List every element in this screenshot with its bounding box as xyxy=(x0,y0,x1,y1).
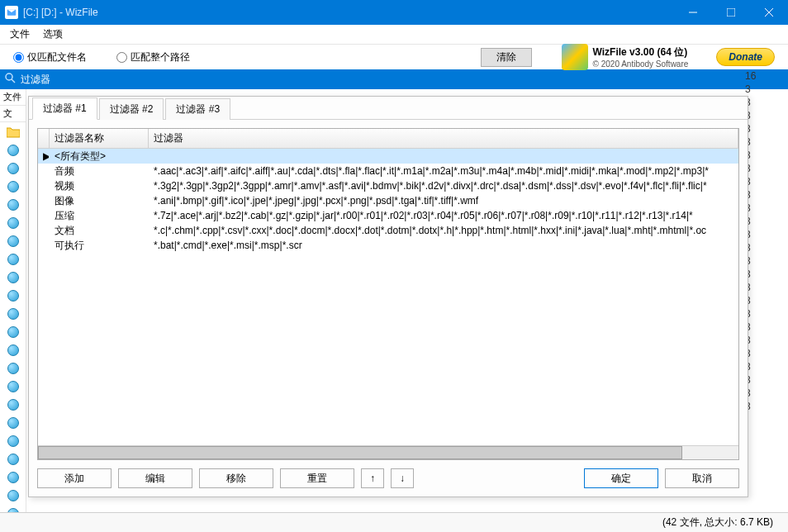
globe-icon[interactable] xyxy=(5,215,21,231)
move-down-button[interactable]: ↓ xyxy=(391,468,414,488)
minimize-button[interactable] xyxy=(674,0,712,25)
globe-icon[interactable] xyxy=(5,415,21,431)
globe-icon[interactable] xyxy=(5,178,21,195)
table-row[interactable]: 音频*.aac|*.ac3|*.aif|*.aifc|*.aiff|*.au|*… xyxy=(38,164,738,178)
row-marker: ▶ xyxy=(38,150,50,162)
result-count: 3 xyxy=(745,149,780,162)
row-name: 音频 xyxy=(50,164,149,178)
globe-icon[interactable] xyxy=(5,487,21,504)
ok-button[interactable]: 确定 xyxy=(584,468,658,488)
globe-icon[interactable] xyxy=(5,233,21,249)
col-header-name[interactable]: 过滤器名称 xyxy=(50,129,149,148)
row-pattern: *.aac|*.ac3|*.aif|*.aifc|*.aiff|*.au|*.c… xyxy=(149,165,738,177)
radio-match-filename-input[interactable] xyxy=(13,52,24,63)
search-label: 过滤器 xyxy=(21,73,50,87)
titlebar: [C:] [D:] - WizFile xyxy=(0,0,788,25)
reset-button[interactable]: 重置 xyxy=(280,468,354,488)
globe-icon[interactable] xyxy=(5,324,21,340)
results-count-header: 16 xyxy=(745,69,780,83)
svg-rect-3 xyxy=(727,8,735,17)
folder-icon[interactable] xyxy=(5,124,21,140)
menu-options[interactable]: 选项 xyxy=(36,25,69,44)
result-count: 3 xyxy=(745,162,780,175)
maximize-button[interactable] xyxy=(712,0,750,25)
brand-block: WizFile v3.00 (64 位) © 2020 Antibody Sof… xyxy=(562,44,689,70)
cancel-button[interactable]: 取消 xyxy=(665,468,739,488)
filter-table: 过滤器名称 过滤器 ▶<所有类型>音频*.aac|*.ac3|*.aif|*.a… xyxy=(37,128,739,460)
result-count: 3 xyxy=(745,254,780,268)
globe-icon[interactable] xyxy=(5,142,21,159)
result-count: 3 xyxy=(745,268,780,281)
move-up-button[interactable]: ↑ xyxy=(361,468,384,488)
clear-button[interactable]: 清除 xyxy=(481,48,532,67)
filter-tab-1[interactable]: 过滤器 #1 xyxy=(32,97,97,120)
result-count: 3 xyxy=(745,241,780,254)
globe-icon[interactable] xyxy=(5,306,21,322)
result-count: 3 xyxy=(745,360,780,373)
globe-icon[interactable] xyxy=(5,342,21,359)
toolbar: 仅匹配文件名 匹配整个路径 清除 WizFile v3.00 (64 位) © … xyxy=(0,45,788,69)
globe-icon[interactable] xyxy=(5,451,21,468)
row-name: <所有类型> xyxy=(50,150,149,164)
radio-match-fullpath-label: 匹配整个路径 xyxy=(131,50,190,64)
result-count: 3 xyxy=(745,347,780,360)
globe-icon[interactable] xyxy=(5,251,21,268)
result-count: 3 xyxy=(745,215,780,228)
horizontal-scrollbar[interactable] xyxy=(38,445,738,459)
results-counts: 16 3333333333333333333333333 xyxy=(745,69,780,413)
globe-icon[interactable] xyxy=(5,269,21,286)
globe-icon[interactable] xyxy=(5,360,21,377)
filters-dialog: 过滤器 #1 过滤器 #2 过滤器 #3 过滤器名称 过滤器 ▶<所有类型>音频… xyxy=(28,96,748,497)
result-count: 3 xyxy=(745,400,780,413)
row-pattern: *.3g2|*.3gp|*.3gp2|*.3gpp|*.amr|*.amv|*.… xyxy=(149,180,738,192)
radio-match-filename-label: 仅匹配文件名 xyxy=(27,50,87,64)
globe-icon[interactable] xyxy=(5,160,21,177)
result-count: 3 xyxy=(745,281,780,294)
filter-tab-3[interactable]: 过滤器 #3 xyxy=(165,98,230,120)
app-icon xyxy=(5,6,18,19)
svg-line-7 xyxy=(12,79,15,83)
search-strip[interactable]: 过滤器 xyxy=(0,69,788,89)
col-header-pattern[interactable]: 过滤器 xyxy=(149,129,738,148)
close-button[interactable] xyxy=(750,0,788,25)
menu-file[interactable]: 文件 xyxy=(3,25,36,44)
result-count: 3 xyxy=(745,96,780,109)
result-count: 3 xyxy=(745,307,780,321)
menubar: 文件 选项 xyxy=(0,25,788,45)
globe-icon[interactable] xyxy=(5,397,21,413)
row-name: 图像 xyxy=(50,194,149,208)
remove-button[interactable]: 移除 xyxy=(199,468,273,488)
table-row[interactable]: 可执行*.bat|*.cmd|*.exe|*.msi|*.msp|*.scr xyxy=(38,238,738,253)
globe-icon[interactable] xyxy=(5,433,21,449)
dialog-tabs: 过滤器 #1 过滤器 #2 过滤器 #3 xyxy=(29,97,748,120)
row-pattern: *.ani|*.bmp|*.gif|*.ico|*.jpe|*.jpeg|*.j… xyxy=(149,195,738,207)
left-rail: 文件 文 xyxy=(0,89,26,512)
radio-match-fullpath-input[interactable] xyxy=(116,52,127,63)
donate-button[interactable]: Donate xyxy=(716,48,775,66)
edit-button[interactable]: 编辑 xyxy=(118,468,192,488)
table-row[interactable]: ▶<所有类型> xyxy=(38,149,738,164)
add-button[interactable]: 添加 xyxy=(37,468,112,488)
svg-point-6 xyxy=(6,74,12,80)
radio-match-filename[interactable]: 仅匹配文件名 xyxy=(13,50,87,64)
globe-icon[interactable] xyxy=(5,506,21,512)
table-row[interactable]: 视频*.3g2|*.3gp|*.3gp2|*.3gpp|*.amr|*.amv|… xyxy=(38,178,738,193)
globe-icon[interactable] xyxy=(5,469,21,486)
row-pattern: *.7z|*.ace|*.arj|*.bz2|*.cab|*.gz|*.gzip… xyxy=(149,210,738,221)
result-count: 3 xyxy=(745,387,780,400)
result-count: 3 xyxy=(745,373,780,387)
row-name: 压缩 xyxy=(50,209,149,223)
brand-icon xyxy=(562,44,588,70)
rail-header-file: 文件 xyxy=(0,89,26,106)
globe-icon[interactable] xyxy=(5,197,21,213)
result-count: 3 xyxy=(745,175,780,188)
globe-icon[interactable] xyxy=(5,287,21,304)
table-row[interactable]: 文档*.c|*.chm|*.cpp|*.csv|*.cxx|*.doc|*.do… xyxy=(38,223,738,238)
radio-match-fullpath[interactable]: 匹配整个路径 xyxy=(116,50,190,64)
rail-header-wen: 文 xyxy=(0,106,26,122)
filter-tab-2[interactable]: 过滤器 #2 xyxy=(99,98,164,120)
result-count: 3 xyxy=(745,83,780,96)
globe-icon[interactable] xyxy=(5,378,21,395)
table-row[interactable]: 图像*.ani|*.bmp|*.gif|*.ico|*.jpe|*.jpeg|*… xyxy=(38,193,738,208)
table-row[interactable]: 压缩*.7z|*.ace|*.arj|*.bz2|*.cab|*.gz|*.gz… xyxy=(38,208,738,223)
